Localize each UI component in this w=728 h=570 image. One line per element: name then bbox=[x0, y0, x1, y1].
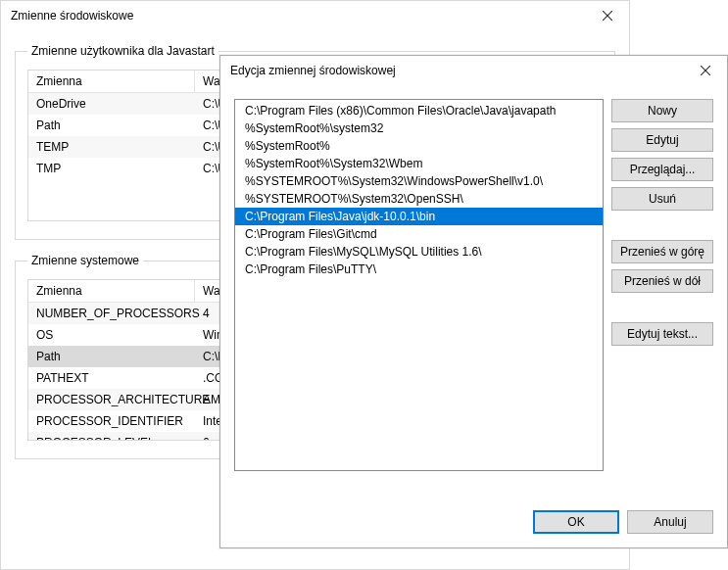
delete-button[interactable]: Usuń bbox=[611, 187, 713, 211]
path-entry[interactable]: %SystemRoot% bbox=[235, 137, 603, 155]
path-entry[interactable]: C:\Program Files (x86)\Common Files\Orac… bbox=[235, 102, 603, 119]
path-entries-list[interactable]: C:\Program Files (x86)\Common Files\Orac… bbox=[234, 99, 604, 471]
close-icon bbox=[701, 66, 710, 75]
cancel-button[interactable]: Anuluj bbox=[627, 510, 713, 534]
path-entry[interactable]: %SYSTEMROOT%\System32\WindowsPowerShell\… bbox=[235, 172, 603, 190]
var-name: PROCESSOR_IDENTIFIER bbox=[28, 410, 195, 432]
var-name: OS bbox=[28, 324, 195, 346]
move-down-button[interactable]: Przenieś w dół bbox=[611, 269, 713, 293]
dialog-buttons: OK Anuluj bbox=[234, 504, 713, 534]
move-up-button[interactable]: Przenieś w górę bbox=[611, 240, 713, 263]
edit-text-button[interactable]: Edytuj tekst... bbox=[611, 322, 713, 346]
window-title: Zmienne środowiskowe bbox=[11, 9, 133, 23]
side-buttons: Nowy Edytuj Przeglądaj... Usuń Przenieś … bbox=[611, 99, 713, 497]
var-name: NUMBER_OF_PROCESSORS bbox=[28, 303, 195, 324]
var-name: PROCESSOR_ARCHITECTURE bbox=[28, 389, 195, 410]
dialog-title: Edycja zmiennej środowiskowej bbox=[230, 64, 396, 77]
path-entry[interactable]: C:\Program Files\PuTTY\ bbox=[235, 261, 603, 278]
var-name: TMP bbox=[28, 158, 195, 179]
titlebar: Edycja zmiennej środowiskowej bbox=[220, 56, 727, 85]
path-entry[interactable]: C:\Program Files\Git\cmd bbox=[235, 225, 603, 243]
edit-button[interactable]: Edytuj bbox=[611, 128, 713, 152]
system-vars-legend: Zmienne systemowe bbox=[27, 254, 143, 267]
ok-button[interactable]: OK bbox=[533, 510, 619, 534]
var-name: TEMP bbox=[28, 136, 195, 158]
var-name: Path bbox=[28, 115, 195, 136]
new-button[interactable]: Nowy bbox=[611, 99, 713, 122]
path-entry[interactable]: %SystemRoot%\system32 bbox=[235, 119, 603, 137]
path-entry[interactable]: C:\Program Files\MySQL\MySQL Utilities 1… bbox=[235, 243, 603, 261]
col-variable[interactable]: Zmienna bbox=[28, 71, 195, 92]
col-variable[interactable]: Zmienna bbox=[28, 280, 195, 302]
path-entry[interactable]: C:\Program Files\Java\jdk-10.0.1\bin bbox=[235, 208, 603, 225]
browse-button[interactable]: Przeglądaj... bbox=[611, 158, 713, 181]
titlebar: Zmienne środowiskowe bbox=[1, 1, 629, 30]
var-name: PATHEXT bbox=[28, 367, 195, 389]
var-name: OneDrive bbox=[28, 93, 195, 115]
var-name: PROCESSOR_LEVEL bbox=[28, 432, 195, 440]
close-button[interactable] bbox=[684, 56, 727, 85]
edit-env-var-dialog: Edycja zmiennej środowiskowej C:\Program… bbox=[219, 55, 728, 548]
close-icon bbox=[603, 11, 612, 21]
close-button[interactable] bbox=[586, 1, 629, 30]
path-entry[interactable]: %SystemRoot%\System32\Wbem bbox=[235, 155, 603, 172]
user-vars-legend: Zmienne użytkownika dla Javastart bbox=[27, 44, 218, 58]
var-name: Path bbox=[28, 346, 195, 367]
path-entry[interactable]: %SYSTEMROOT%\System32\OpenSSH\ bbox=[235, 190, 603, 208]
